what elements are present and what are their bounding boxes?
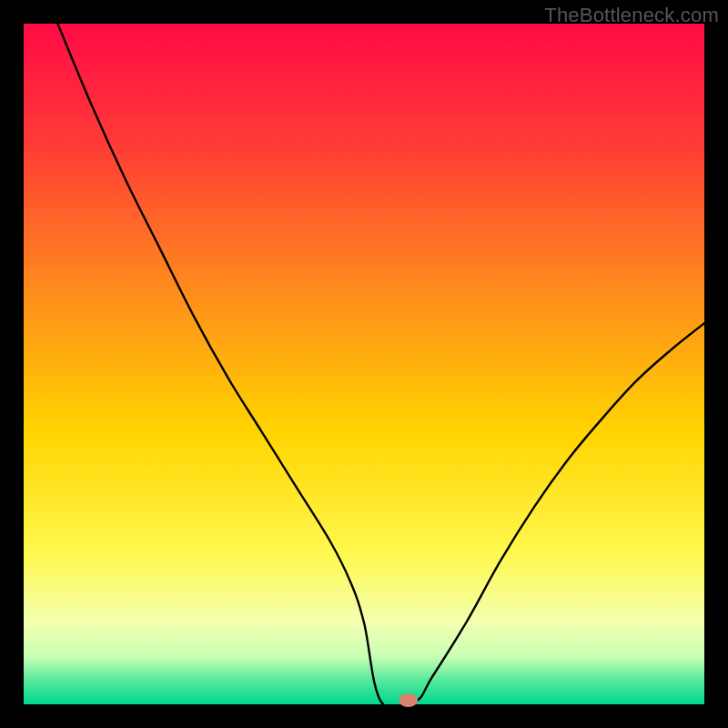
chart-frame: TheBottleneck.com [0, 0, 728, 728]
plot-background [24, 24, 704, 704]
watermark-text: TheBottleneck.com [544, 4, 719, 27]
bottleneck-chart [0, 0, 728, 728]
optimal-marker [399, 693, 418, 707]
